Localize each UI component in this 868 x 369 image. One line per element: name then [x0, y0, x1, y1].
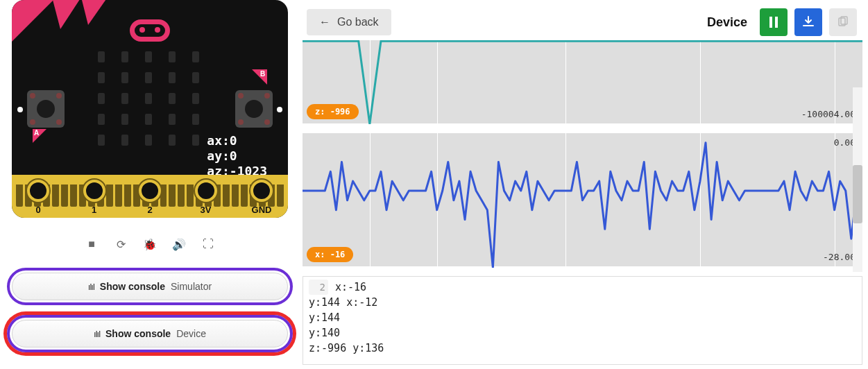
svg-rect-0 [769, 17, 772, 28]
sim-toolbar: ■ ⟳ 🐞 🔊 ⛶ [77, 230, 223, 258]
accel-ay: ay:0 [207, 148, 267, 164]
download-button[interactable] [794, 8, 822, 36]
pause-button[interactable] [760, 8, 788, 36]
button-a[interactable] [27, 90, 65, 128]
pin-0[interactable]: 0 [22, 180, 55, 218]
bug-icon[interactable]: 🐞 [139, 233, 161, 255]
bars-icon: ılıl [88, 282, 94, 292]
accel-readout: ax:0 ay:0 az:-1023 [207, 133, 267, 179]
console-log[interactable]: 2x:-16 y:144 x:-12 y:144 y:140 z:-996 y:… [303, 276, 862, 365]
button-b[interactable] [235, 90, 273, 128]
chart-x: x: -16 0.00 -28.00 [303, 133, 862, 266]
console-target: Device [176, 328, 206, 339]
console-label: Show console [100, 281, 165, 292]
log-line: y:144 [309, 310, 340, 325]
log-line: y:144 x:-12 [309, 295, 377, 310]
log-gutter: 2 [309, 280, 328, 295]
edge-pins: 0 1 2 3V GND [12, 175, 288, 218]
log-line: x:-16 [335, 280, 366, 295]
microbit-simulator[interactable]: A B ax:0 ay:0 az:-1023 0 1 2 3V GND [12, 0, 288, 218]
copy-button[interactable] [829, 8, 857, 36]
download-icon [802, 16, 815, 28]
sound-icon[interactable]: 🔊 [168, 233, 190, 255]
console-target: Simulator [171, 281, 212, 292]
chart-x-badge: x: -16 [307, 247, 353, 262]
copy-icon [837, 16, 849, 28]
chart-x-min: -28.00 [823, 252, 856, 262]
arrow-left-icon: ← [319, 16, 330, 28]
go-back-button[interactable]: ← Go back [307, 9, 391, 35]
console-label: Show console [105, 328, 171, 339]
go-back-label: Go back [337, 16, 379, 28]
chart-z-min: -100004.00 [801, 109, 856, 119]
chart-z-badge: z: -996 [307, 104, 359, 119]
charts-scrollbar[interactable] [853, 87, 862, 272]
chart-z: z: -996 -100004.00 [303, 40, 862, 123]
show-console-device[interactable]: ılıl Show console Device [7, 315, 293, 352]
board-logo [130, 19, 170, 42]
refresh-icon[interactable]: ⟳ [110, 233, 132, 255]
log-line: z:-996 y:136 [309, 341, 384, 356]
label-a: A [34, 129, 39, 137]
stop-icon[interactable]: ■ [80, 233, 103, 255]
pause-icon [769, 17, 778, 28]
accel-ax: ax:0 [207, 133, 267, 148]
show-console-simulator[interactable]: ılıl Show console Simulator [7, 268, 293, 305]
bars-icon: ılıl [94, 329, 100, 339]
led-matrix [98, 51, 201, 143]
pin-2[interactable]: 2 [133, 180, 167, 218]
pin-1[interactable]: 1 [78, 180, 111, 218]
fullscreen-icon[interactable]: ⛶ [197, 233, 219, 255]
pin-gnd[interactable]: GND [245, 180, 278, 218]
label-b: B [260, 70, 265, 78]
device-title: Device [707, 15, 747, 30]
svg-rect-1 [775, 17, 778, 28]
pin-3v[interactable]: 3V [189, 180, 223, 218]
log-line: y:140 [309, 325, 340, 341]
